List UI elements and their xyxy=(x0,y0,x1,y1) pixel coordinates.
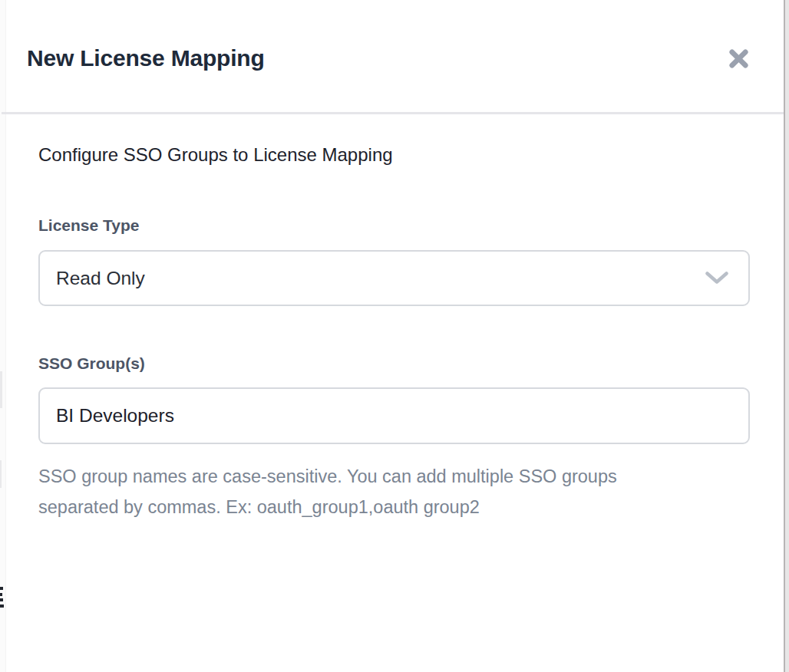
modal-right-border xyxy=(784,0,785,672)
text-fragment xyxy=(0,604,4,608)
license-type-label: License Type xyxy=(38,216,746,235)
sso-groups-helper-text: SSO group names are case-sensitive. You … xyxy=(38,461,687,522)
license-type-selected-value: Read Only xyxy=(56,268,145,289)
text-fragment xyxy=(0,593,2,596)
sso-groups-input[interactable] xyxy=(38,387,750,444)
close-icon xyxy=(727,47,751,71)
chevron-down-icon xyxy=(705,272,728,285)
new-license-mapping-modal: New License Mapping Configure SSO Groups… xyxy=(0,0,785,672)
close-button[interactable] xyxy=(725,44,752,72)
modal-title: New License Mapping xyxy=(27,45,265,71)
license-type-select[interactable]: Read Only xyxy=(38,250,750,306)
page-right-edge xyxy=(785,0,789,672)
modal-header: New License Mapping xyxy=(0,0,785,112)
text-fragment xyxy=(0,598,3,601)
modal-body: Configure SSO Groups to License Mapping … xyxy=(0,112,785,522)
modal-description: Configure SSO Groups to License Mapping xyxy=(38,144,746,166)
text-fragment xyxy=(0,587,3,590)
sso-groups-label: SSO Group(s) xyxy=(38,354,746,373)
